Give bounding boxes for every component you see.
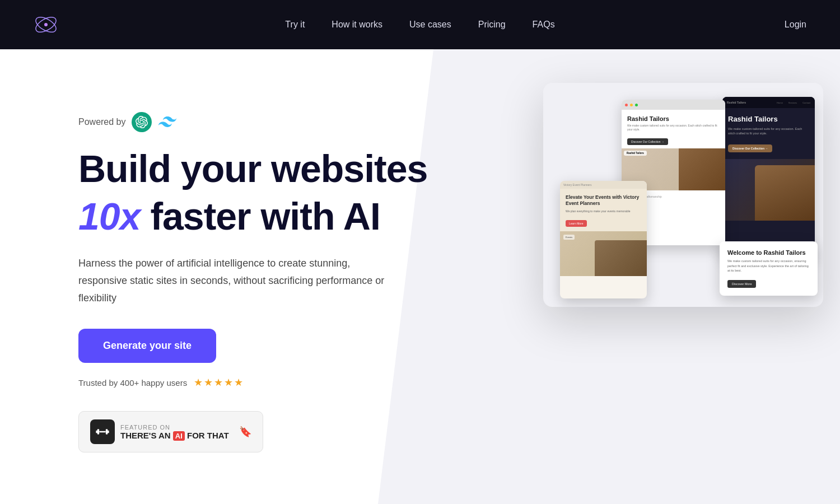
cta-button[interactable]: Generate your site [78, 329, 216, 363]
powered-by-row: Powered by [78, 112, 437, 132]
nav-link-how-it-works[interactable]: How it works [332, 20, 382, 30]
hero-speed: 10x [78, 195, 140, 237]
event-desc: We plan everything to make your events m… [566, 209, 641, 213]
event-btn: Learn More [566, 220, 587, 227]
welcome-btn: Discover More [727, 280, 756, 288]
trusted-text: Trusted by 400+ happy users [78, 378, 187, 388]
nav-link-try-it[interactable]: Try it [285, 20, 305, 30]
welcome-text: We make custom tailored suits for any oc… [727, 259, 810, 273]
bookmark-icon: 🔖 [239, 426, 251, 438]
hero-title-line1: Build your websites [78, 148, 437, 190]
hero-content: Powered by Build your websites 10x faste… [0, 49, 437, 504]
nav-link-faqs[interactable]: FAQs [533, 20, 555, 30]
featured-ai: AI [173, 431, 185, 441]
featured-badge-icon [90, 419, 115, 444]
event-title: Elevate Your Events with Victory Event P… [566, 194, 641, 207]
nav-link-use-cases[interactable]: Use cases [409, 20, 451, 30]
hero-description: Harness the power of artificial intellig… [78, 255, 392, 306]
welcome-title: Welcome to Rashid Tailors [727, 249, 810, 256]
hero-screenshot: Rashid Tailors Home Services Contact Ras… [543, 83, 823, 307]
dark-card-tagline: We make custom-tailored suits for any oc… [728, 127, 809, 136]
featured-top: FEATURED ON [120, 424, 229, 431]
logo[interactable] [34, 12, 58, 37]
login-button[interactable]: Login [785, 20, 806, 30]
dark-card-btn: Discover Our Collection → [728, 144, 772, 152]
featured-badge[interactable]: FEATURED ON THERE'S AN AI FOR THAT 🔖 [78, 411, 263, 452]
nav-links: Try it How it works Use cases Pricing FA… [285, 20, 554, 30]
openai-icon [132, 112, 152, 132]
hero-title-line2: 10x faster with AI [78, 195, 437, 237]
powered-by-label: Powered by [78, 117, 126, 127]
dark-card-brand: Rashid Tailors [728, 115, 809, 123]
svg-point-2 [44, 23, 48, 26]
svg-rect-7 [99, 431, 106, 432]
svg-rect-6 [106, 430, 108, 435]
mockup-dark-card: Rashid Tailors Home Services Contact Ras… [722, 97, 815, 259]
featured-badge-text: FEATURED ON THERE'S AN AI FOR THAT [120, 424, 229, 440]
stars: ★★★★★ [194, 376, 244, 389]
hero-title-suffix: faster with AI [150, 195, 380, 237]
mockup-welcome-card: Welcome to Rashid Tailors We make custom… [720, 241, 818, 296]
navigation: Try it How it works Use cases Pricing FA… [0, 0, 840, 49]
trusted-row: Trusted by 400+ happy users ★★★★★ [78, 376, 437, 389]
nav-link-pricing[interactable]: Pricing [478, 20, 506, 30]
screenshot-inner: Rashid Tailors Home Services Contact Ras… [543, 83, 823, 307]
mockup-front-card: Victory Event Planners Elevate Your Even… [560, 181, 647, 298]
featured-bottom: THERE'S AN AI FOR THAT [120, 431, 229, 440]
hero-section: Powered by Build your websites 10x faste… [0, 49, 840, 504]
svg-rect-5 [97, 430, 100, 435]
tailwind-icon [157, 117, 178, 127]
